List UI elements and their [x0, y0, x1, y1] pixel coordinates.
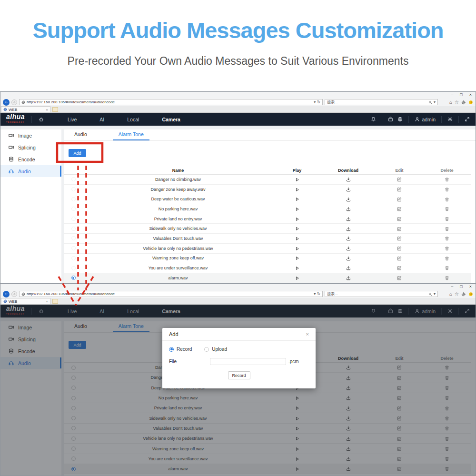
maximize-button[interactable]: □ [460, 92, 462, 98]
download-icon[interactable] [346, 236, 351, 241]
play-icon[interactable] [295, 237, 299, 241]
download-icon[interactable] [346, 256, 351, 261]
edit-icon[interactable] [397, 266, 402, 270]
play-icon[interactable] [295, 227, 299, 231]
tab-close-icon[interactable]: × [46, 108, 48, 112]
tab-alarm-tone[interactable]: Alarm Tone [113, 131, 149, 140]
row-radio[interactable] [71, 266, 76, 270]
table-row[interactable]: Danger no climbing.wav [64, 175, 471, 185]
edit-icon[interactable] [397, 246, 402, 251]
delete-icon[interactable] [445, 177, 449, 182]
edit-icon[interactable] [397, 256, 402, 261]
play-icon[interactable] [295, 197, 299, 201]
close-button[interactable]: × [469, 92, 472, 98]
row-radio[interactable] [71, 246, 76, 250]
play-icon[interactable] [295, 178, 299, 182]
download-icon[interactable] [346, 227, 351, 231]
dialog-close-icon[interactable]: × [306, 331, 309, 337]
play-icon[interactable] [295, 188, 299, 192]
forward-button[interactable] [11, 291, 17, 297]
edit-icon[interactable] [397, 217, 402, 221]
favorites-star-icon[interactable]: ☆ [455, 292, 459, 297]
row-radio[interactable] [71, 197, 76, 201]
sidebar-item-encode[interactable]: Encode [0, 153, 61, 165]
minimize-button[interactable]: – [451, 284, 453, 289]
delete-icon[interactable] [445, 217, 449, 221]
play-icon[interactable] [295, 256, 299, 260]
record-radio[interactable] [169, 347, 174, 352]
add-button[interactable]: Add [69, 149, 86, 157]
language-globe-icon[interactable] [397, 117, 403, 122]
smiley-feedback-icon[interactable] [468, 292, 473, 297]
delete-icon[interactable] [445, 227, 449, 231]
row-radio[interactable] [71, 227, 76, 231]
delete-icon[interactable] [445, 246, 449, 251]
search-caret[interactable]: ▾ [434, 292, 436, 296]
download-icon[interactable] [346, 197, 351, 202]
smiley-feedback-icon[interactable] [468, 100, 473, 105]
tab-audio[interactable]: Audio [69, 131, 93, 140]
edit-icon[interactable] [397, 207, 402, 211]
row-radio[interactable] [71, 236, 76, 240]
row-radio[interactable] [71, 256, 76, 260]
close-button[interactable]: × [469, 284, 472, 289]
search-icon[interactable] [428, 100, 432, 104]
search-input[interactable]: 搜索... ▾ [325, 99, 438, 105]
fullscreen-icon[interactable] [465, 117, 470, 122]
edit-icon[interactable] [397, 197, 402, 202]
download-icon[interactable] [346, 276, 351, 280]
delete-icon[interactable] [445, 276, 449, 280]
url-dropdown-caret[interactable]: ▾ [314, 100, 316, 104]
home-icon[interactable]: ⌂ [449, 100, 452, 105]
new-tab-button[interactable] [52, 299, 58, 304]
play-icon[interactable] [295, 247, 299, 251]
play-icon[interactable] [295, 217, 299, 221]
refresh-icon[interactable]: ↻ [317, 100, 320, 104]
sidebar-item-splicing[interactable]: Splicing [0, 141, 61, 153]
record-button[interactable]: Record [228, 371, 250, 379]
download-icon[interactable] [346, 246, 351, 251]
forward-button[interactable] [11, 99, 17, 105]
back-button[interactable] [3, 291, 10, 298]
search-icon[interactable] [428, 292, 432, 296]
row-radio[interactable] [71, 217, 76, 221]
file-name-input[interactable] [210, 358, 286, 365]
favorites-star-icon[interactable]: ☆ [455, 100, 459, 105]
table-row[interactable]: No parking here.wav [64, 204, 471, 214]
search-input[interactable]: 搜索... ▾ [325, 291, 438, 297]
row-radio[interactable] [71, 207, 76, 211]
download-icon[interactable] [346, 187, 351, 192]
edit-icon[interactable] [397, 227, 402, 231]
nav-item-ai[interactable]: AI [99, 117, 104, 122]
browser-tab[interactable]: WEB × [1, 298, 50, 304]
storage-box-icon[interactable] [388, 117, 393, 122]
refresh-icon[interactable]: ↻ [317, 292, 320, 296]
row-radio-checked[interactable] [71, 276, 76, 280]
table-row[interactable]: You are under surveillance.wav [64, 263, 471, 273]
record-option-label[interactable]: Record [177, 347, 192, 352]
home-icon[interactable] [39, 117, 44, 122]
delete-icon[interactable] [445, 187, 449, 192]
download-icon[interactable] [346, 207, 351, 211]
delete-icon[interactable] [445, 197, 449, 202]
address-bar[interactable]: http://192.168.200.106/#/index/camera/au… [19, 99, 323, 105]
sidebar-item-image[interactable]: Image [0, 129, 61, 141]
address-bar[interactable]: http://192.168.200.106/#/index/camera/au… [19, 291, 323, 297]
play-icon[interactable] [295, 276, 299, 280]
play-icon[interactable] [295, 207, 299, 211]
nav-item-live[interactable]: Live [68, 117, 77, 122]
table-row[interactable]: Sidewalk only no vehicles.wav [64, 224, 471, 234]
nav-item-camera[interactable]: Camera [162, 117, 180, 122]
sidebar-item-audio[interactable]: Audio [0, 165, 61, 177]
search-caret[interactable]: ▾ [434, 100, 436, 104]
user-menu[interactable]: admin [415, 117, 436, 122]
download-icon[interactable] [346, 217, 351, 221]
new-tab-button[interactable] [52, 107, 58, 112]
settings-gear-icon[interactable] [447, 117, 453, 122]
maximize-button[interactable]: □ [460, 284, 462, 289]
delete-icon[interactable] [445, 256, 449, 261]
minimize-button[interactable]: – [451, 92, 453, 98]
edit-icon[interactable] [397, 177, 402, 182]
download-icon[interactable] [346, 177, 351, 182]
table-row[interactable]: Private land no entry.wav [64, 214, 471, 224]
